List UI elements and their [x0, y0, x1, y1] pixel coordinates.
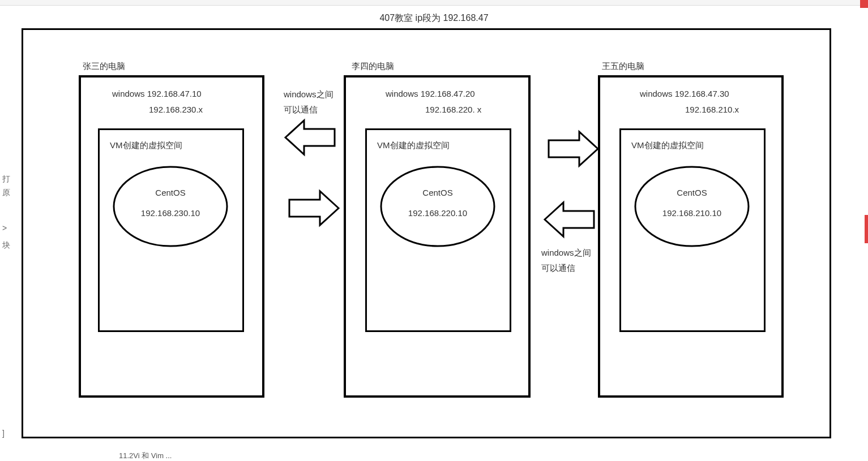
classroom-frame: 张三的电脑 windows 192.168.47.10 192.168.230.…: [22, 28, 831, 438]
vm-ip: 192.168.210.10: [632, 208, 751, 218]
computer-box-lisi: windows 192.168.47.20 192.168.220. x VM创…: [344, 75, 531, 398]
side-text: >: [2, 223, 7, 232]
arrow-left-icon: [542, 197, 598, 242]
side-text: 原: [2, 188, 10, 198]
svg-point-1: [381, 167, 494, 246]
vm-ip: 192.168.220.10: [378, 208, 497, 218]
vm-title: VM创建的虚拟空间: [631, 140, 704, 151]
nat-ip: 192.168.220. x: [425, 105, 481, 114]
os-name: CentOS: [632, 188, 751, 197]
arrow-left-icon: [283, 115, 339, 160]
side-text: 打: [2, 174, 10, 184]
footer-text: 11.2Vi 和 Vim ...: [119, 451, 172, 461]
svg-point-2: [635, 167, 749, 246]
edge-marker: [860, 0, 868, 8]
side-text: ]: [2, 429, 5, 438]
os-name: CentOS: [111, 188, 230, 197]
vm-box: VM创建的虚拟空间 CentOS 192.168.220.10: [365, 128, 511, 332]
nat-ip: 192.168.230.x: [149, 105, 203, 114]
computer-owner-label: 王五的电脑: [602, 61, 644, 72]
arrow-right-icon: [285, 186, 341, 231]
windows-ip: windows 192.168.47.30: [640, 89, 729, 98]
vm-ip: 192.168.230.10: [111, 208, 230, 218]
centos-ellipse: CentOS 192.168.230.10: [111, 164, 230, 249]
vm-box: VM创建的虚拟空间 CentOS 192.168.230.10: [98, 128, 244, 332]
centos-ellipse: CentOS 192.168.220.10: [378, 164, 497, 249]
vm-title: VM创建的虚拟空间: [110, 140, 182, 151]
os-name: CentOS: [378, 188, 497, 197]
computer-owner-label: 李四的电脑: [352, 61, 394, 72]
computer-box-wangwu: windows 192.168.47.30 192.168.210.x VM创建…: [598, 75, 784, 398]
windows-ip: windows 192.168.47.20: [386, 89, 475, 98]
centos-ellipse: CentOS 192.168.210.10: [632, 164, 751, 249]
comm-note-left: windows之间 可以通信: [284, 87, 333, 117]
side-text: 块: [2, 240, 10, 251]
vm-title: VM创建的虚拟空间: [377, 140, 450, 151]
edge-marker: [865, 215, 868, 243]
app-toolbar: [0, 0, 868, 6]
computer-box-zhangsan: windows 192.168.47.10 192.168.230.x VM创建…: [79, 75, 264, 398]
computer-owner-label: 张三的电脑: [83, 61, 125, 72]
svg-point-0: [114, 167, 227, 246]
vm-box: VM创建的虚拟空间 CentOS 192.168.210.10: [619, 128, 766, 332]
diagram-title: 407教室 ip段为 192.168.47: [0, 12, 868, 24]
windows-ip: windows 192.168.47.10: [112, 89, 202, 98]
nat-ip: 192.168.210.x: [685, 105, 739, 114]
arrow-right-icon: [544, 126, 601, 171]
comm-note-right: windows之间 可以通信: [541, 245, 591, 275]
